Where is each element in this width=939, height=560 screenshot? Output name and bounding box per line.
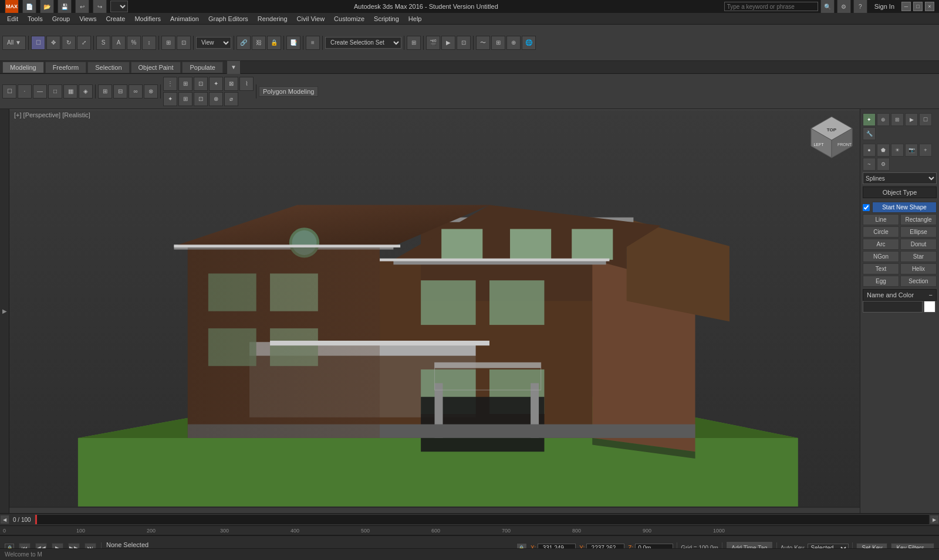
panel-motion-icon[interactable]: ▶: [905, 113, 918, 126]
tab-populate[interactable]: Populate: [182, 62, 222, 73]
obj-btn-text[interactable]: Text: [863, 263, 899, 274]
search-icon[interactable]: 🔍: [820, 0, 835, 13]
obj-btn-ngon[interactable]: NGon: [863, 251, 899, 262]
tab-selection[interactable]: Selection: [87, 62, 129, 73]
menu-item-civil-view[interactable]: Civil View: [292, 14, 329, 23]
panel-spacewarps-icon[interactable]: ~: [863, 158, 876, 171]
color-swatch[interactable]: [924, 301, 935, 313]
poly-grow-btn[interactable]: ⊞: [98, 84, 112, 99]
menu-item-create[interactable]: Create: [101, 14, 130, 23]
start-new-shape-checkbox[interactable]: [863, 204, 870, 211]
panel-shapes-icon[interactable]: ⬟: [877, 144, 890, 157]
panel-systems-icon[interactable]: ⚙: [877, 158, 890, 171]
poly-tool-9[interactable]: ⊡: [194, 92, 208, 106]
bind-btn[interactable]: 🔒: [267, 36, 281, 50]
menu-item-tools[interactable]: Tools: [23, 14, 48, 23]
menu-item-edit[interactable]: Edit: [2, 14, 23, 23]
render-setup-btn[interactable]: 🎬: [426, 36, 440, 50]
tab-freeform[interactable]: Freeform: [45, 62, 87, 73]
obj-btn-line[interactable]: Line: [863, 214, 899, 225]
redo-btn[interactable]: ↪: [93, 0, 107, 13]
link-btn[interactable]: 🔗: [237, 36, 251, 50]
left-sidebar-toggle[interactable]: ▶: [0, 109, 9, 513]
viewport[interactable]: [+] [Perspective] [Realistic]: [9, 109, 860, 508]
tab-object-paint[interactable]: Object Paint: [131, 62, 181, 73]
ribbon-btn[interactable]: ≡: [306, 36, 320, 50]
obj-btn-circle[interactable]: Circle: [863, 226, 899, 237]
spinner-snap-btn[interactable]: ↕: [142, 36, 156, 50]
undo-btn[interactable]: ↩: [75, 0, 89, 13]
obj-btn-section[interactable]: Section: [900, 276, 937, 287]
poly-tool-7[interactable]: ✦: [163, 92, 177, 106]
render-last-btn[interactable]: ⊡: [457, 36, 471, 50]
poly-shrink-btn[interactable]: ⊟: [113, 84, 127, 99]
obj-btn-rectangle[interactable]: Rectangle: [900, 214, 937, 225]
menu-item-views[interactable]: Views: [75, 14, 101, 23]
poly-loop-btn[interactable]: ∞: [129, 84, 143, 99]
snap-toggle-btn[interactable]: S: [96, 36, 110, 50]
poly-tool-2[interactable]: ⊞: [178, 77, 192, 91]
maximize-button[interactable]: □: [913, 2, 923, 11]
poly-vertex-btn[interactable]: ·: [18, 84, 32, 99]
poly-face-btn[interactable]: ▦: [63, 84, 77, 99]
rotate-btn[interactable]: ↻: [62, 36, 76, 50]
max-logo[interactable]: MAX: [5, 0, 19, 13]
panel-geometry-icon[interactable]: ●: [863, 144, 876, 157]
poly-tool-1[interactable]: ⋮: [163, 77, 177, 91]
workspace-dropdown[interactable]: Workspace: Default: [110, 1, 128, 12]
poly-tool-10[interactable]: ⊗: [209, 92, 223, 106]
align-btn[interactable]: ⊡: [177, 36, 191, 50]
splines-dropdown[interactable]: Splines: [863, 172, 937, 184]
tab-modeling[interactable]: Modeling: [2, 62, 44, 73]
poly-edge-btn[interactable]: —: [33, 84, 47, 99]
menu-item-animation[interactable]: Animation: [165, 14, 204, 23]
open-btn[interactable]: 📂: [40, 0, 54, 13]
create-selection-set-dropdown[interactable]: Create Selection Set: [325, 37, 401, 49]
minimize-button[interactable]: ─: [901, 2, 911, 11]
poly-select-btn[interactable]: ☐: [2, 84, 16, 99]
poly-tool-4[interactable]: ✦: [209, 77, 223, 91]
menu-item-group[interactable]: Group: [48, 14, 75, 23]
poly-tool-8[interactable]: ⊞: [178, 92, 192, 106]
name-color-header[interactable]: Name and Color −: [863, 289, 937, 301]
start-new-shape-label[interactable]: Start New Shape: [872, 202, 937, 213]
new-btn[interactable]: 📄: [22, 0, 36, 13]
more-tabs-btn[interactable]: ▼: [227, 60, 241, 74]
select-mode-btn[interactable]: ☐: [31, 36, 45, 50]
prev-frame-btn[interactable]: ◀: [0, 515, 9, 524]
named-selection-sets-btn[interactable]: ⊞: [407, 36, 421, 50]
panel-lights-icon[interactable]: ☀: [891, 144, 904, 157]
poly-tool-11[interactable]: ⌀: [224, 92, 238, 106]
panel-helpers-icon[interactable]: +: [919, 144, 932, 157]
panel-modify-icon[interactable]: ⊕: [877, 113, 890, 126]
close-button[interactable]: ×: [925, 2, 934, 11]
curve-editor-btn[interactable]: 〜: [476, 36, 490, 50]
search-input[interactable]: [724, 2, 818, 11]
next-frame-btn[interactable]: ▶: [930, 515, 939, 524]
scale-btn[interactable]: ⤢: [77, 36, 91, 50]
view-dropdown[interactable]: View: [196, 37, 231, 49]
timeline-track[interactable]: [35, 514, 930, 525]
menu-item-customize[interactable]: Customize: [329, 14, 369, 23]
panel-cameras-icon[interactable]: 📷: [905, 144, 918, 157]
move-btn[interactable]: ✥: [46, 36, 60, 50]
render-environment-btn[interactable]: 🌐: [522, 36, 536, 50]
render-btn[interactable]: ▶: [441, 36, 455, 50]
help-icon[interactable]: ?: [853, 0, 867, 13]
save-btn[interactable]: 💾: [58, 0, 72, 13]
menu-item-graph-editors[interactable]: Graph Editors: [204, 14, 253, 23]
obj-btn-donut[interactable]: Donut: [900, 239, 937, 250]
obj-btn-star[interactable]: Star: [900, 251, 937, 262]
poly-ring-btn[interactable]: ⊗: [144, 84, 158, 99]
navigation-cube[interactable]: TOP LEFT FRONT: [808, 114, 855, 161]
polygon-modeling-label[interactable]: Polygon Modeling: [259, 86, 318, 97]
layer-btn[interactable]: 📑: [286, 36, 300, 50]
percent-snap-btn[interactable]: %: [127, 36, 141, 50]
sign-in-link[interactable]: Sign In: [870, 2, 899, 11]
menu-item-help[interactable]: Help: [404, 14, 427, 23]
select-filter-dropdown[interactable]: All ▼: [2, 36, 26, 50]
obj-btn-arc[interactable]: Arc: [863, 239, 899, 250]
name-input[interactable]: [863, 301, 923, 313]
settings-icon[interactable]: ⚙: [837, 0, 851, 13]
angle-snap-btn[interactable]: A: [112, 36, 126, 50]
